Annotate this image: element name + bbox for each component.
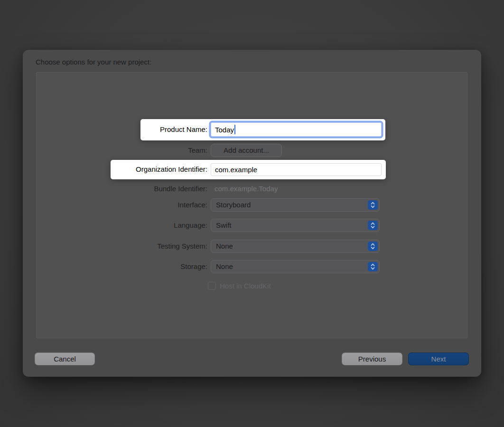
host-in-cloudkit-label: Host in CloudKit — [220, 281, 271, 291]
next-button[interactable]: Next — [408, 353, 469, 365]
interface-popup-value: Storyboard — [216, 200, 251, 210]
new-project-options-dialog: Choose options for your new project: Pro… — [23, 50, 481, 377]
storage-popup[interactable]: None — [211, 260, 380, 273]
bundle-identifier-label: Bundle Identifier: — [36, 184, 207, 194]
highlight-organization-identifier-row: Organization Identifier: — [111, 160, 386, 179]
organization-identifier-input[interactable] — [211, 163, 382, 176]
testing-system-popup[interactable]: None — [211, 240, 380, 253]
interface-label: Interface: — [36, 200, 207, 210]
storage-popup-value: None — [216, 262, 233, 271]
add-account-button[interactable]: Add account... — [211, 144, 282, 157]
language-label: Language: — [36, 221, 207, 230]
language-popup[interactable]: Swift — [211, 219, 380, 232]
chevron-up-down-icon — [368, 221, 378, 230]
interface-popup[interactable]: Storyboard — [211, 198, 380, 212]
product-name-input[interactable] — [211, 122, 382, 137]
product-name-label: Product Name: — [140, 125, 207, 134]
dialog-title: Choose options for your new project: — [36, 57, 151, 67]
chevron-up-down-icon — [368, 200, 378, 210]
bundle-identifier-value: com.example.Today — [215, 184, 278, 194]
cancel-button[interactable]: Cancel — [35, 353, 95, 365]
team-label: Team: — [36, 146, 207, 155]
language-popup-value: Swift — [216, 221, 232, 230]
organization-identifier-label: Organization Identifier: — [111, 165, 207, 174]
testing-system-popup-value: None — [216, 241, 233, 251]
host-in-cloudkit-checkbox[interactable] — [208, 282, 216, 290]
product-name-field-wrap — [211, 122, 382, 137]
testing-system-label: Testing System: — [36, 241, 207, 251]
chevron-up-down-icon — [368, 262, 378, 271]
highlight-product-name-row: Product Name: — [140, 119, 385, 140]
chevron-up-down-icon — [368, 241, 378, 251]
previous-button[interactable]: Previous — [342, 353, 402, 365]
dimmed-backdrop: Choose options for your new project: Pro… — [0, 0, 504, 427]
text-caret — [234, 125, 235, 134]
storage-label: Storage: — [36, 262, 207, 271]
